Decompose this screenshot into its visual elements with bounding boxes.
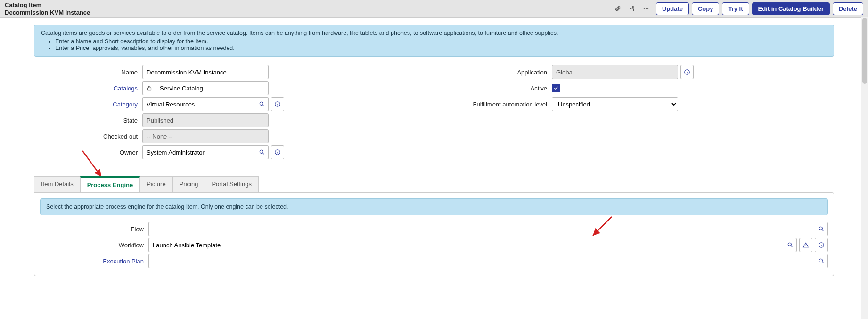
workflow-info-icon[interactable] [815,238,828,252]
info-bullet-1: Enter a Name and Short description to di… [55,38,827,45]
svg-point-3 [644,8,645,8]
catalog-info-box: Catalog items are goods or services avai… [34,25,834,57]
record-header: Catalog Item Decommission KVM Instance U… [0,0,868,18]
svg-point-15 [819,259,822,262]
owner-info-icon[interactable] [271,145,284,159]
attachment-icon[interactable] [614,5,622,13]
settings-sliders-icon[interactable] [629,5,636,13]
execution-plan-label[interactable]: Execution Plan [40,258,148,265]
flow-label: Flow [40,226,148,233]
execution-plan-lookup-icon[interactable] [815,254,828,268]
category-label[interactable]: Category [34,101,142,108]
header-buttons: Update Copy Try It Edit in Catalog Build… [656,2,863,15]
record-type-label: Catalog Item [5,1,614,9]
application-field [552,65,678,79]
svg-point-2 [633,9,634,10]
edit-in-catalog-builder-button[interactable]: Edit in Catalog Builder [752,2,830,15]
svg-point-0 [632,6,633,7]
active-label: Active [443,85,552,92]
form-right-column: Application Active Fulfillment automatio… [443,63,834,161]
vertical-scrollbar[interactable] [861,17,868,286]
name-field[interactable] [142,65,269,79]
update-button[interactable]: Update [656,2,689,15]
try-it-button[interactable]: Try It [722,2,749,15]
category-lookup-icon[interactable] [255,97,269,111]
owner-field[interactable] [142,145,255,159]
svg-rect-6 [147,88,151,90]
svg-point-4 [646,8,647,8]
tab-pricing[interactable]: Pricing [172,176,205,192]
tab-body-process-engine: Select the appropriate process engine fo… [34,192,834,276]
form-content: Catalog items are goods or services avai… [0,18,868,276]
lock-icon[interactable] [142,81,156,95]
tabs-strip: Item Details Process Engine Picture Pric… [34,176,834,192]
owner-label: Owner [34,149,142,156]
header-icon-group [614,5,650,13]
flow-lookup-icon[interactable] [815,222,828,236]
form-left-column: Name Catalogs Category [34,63,425,161]
application-info-icon[interactable] [680,65,694,79]
fulfillment-level-label: Fulfillment automation level [443,101,552,108]
more-actions-icon[interactable] [643,5,650,13]
tab-portal-settings[interactable]: Portal Settings [205,176,259,192]
svg-point-13 [788,243,791,246]
svg-point-1 [630,8,631,8]
copy-button[interactable]: Copy [692,2,720,15]
name-label: Name [34,69,142,76]
header-title-block: Catalog Item Decommission KVM Instance [5,1,614,16]
workflow-preview-icon[interactable] [799,238,812,252]
tab-picture[interactable]: Picture [139,176,172,192]
record-title: Decommission KVM Instance [5,9,614,16]
tab-item-details[interactable]: Item Details [34,176,81,192]
catalogs-label[interactable]: Catalogs [34,85,142,92]
info-bullet-2: Enter a Price, approvals, variables, and… [55,45,827,51]
catalogs-field[interactable] [156,81,269,95]
application-label: Application [443,69,552,76]
svg-point-12 [819,227,822,230]
state-field [142,113,269,127]
workflow-label: Workflow [40,242,148,249]
category-field[interactable] [142,97,255,111]
process-engine-info: Select the appropriate process engine fo… [40,198,828,215]
form-area: Name Catalogs Category [0,63,868,167]
svg-point-7 [260,102,263,106]
flow-field[interactable] [148,222,815,236]
workflow-lookup-icon[interactable] [784,238,797,252]
state-label: State [34,117,142,124]
execution-plan-field[interactable] [148,254,815,268]
checked-out-field [142,129,269,143]
workflow-field[interactable] [148,238,784,252]
scrollbar-thumb[interactable] [862,18,867,84]
info-box-text: Catalog items are goods or services avai… [41,30,558,36]
svg-point-9 [260,150,263,154]
fulfillment-level-select[interactable]: Unspecified [552,97,678,111]
checked-out-label: Checked out [34,133,142,140]
owner-lookup-icon[interactable] [255,145,269,159]
active-checkbox[interactable] [552,84,560,92]
svg-point-5 [647,8,648,8]
category-info-icon[interactable] [271,97,284,111]
delete-button[interactable]: Delete [833,2,863,15]
tab-process-engine[interactable]: Process Engine [80,176,140,192]
